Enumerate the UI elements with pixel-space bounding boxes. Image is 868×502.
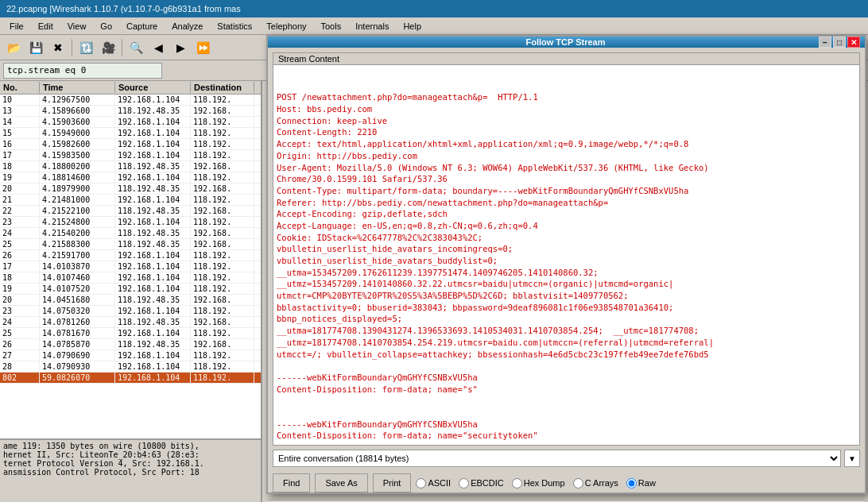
menu-statistics[interactable]: Statistics	[211, 20, 258, 33]
packet-row[interactable]: 23 14.0750320 192.168.1.104 118.192.	[0, 306, 261, 317]
stream-line: Content-Type: multipart/form-data; bound…	[277, 185, 856, 197]
dialog-titlebar: Follow TCP Stream − □ ✕	[268, 37, 865, 48]
packet-row[interactable]: 15 4.15949000 192.168.1.104 118.192.	[0, 128, 261, 139]
stream-line: Origin: http://bbs.pediy.com	[277, 150, 856, 162]
packet-panel: No. Time Source Destination 10 4.1296750…	[0, 81, 262, 502]
menu-file[interactable]: File	[3, 20, 30, 33]
cell-src: 192.168.1.104	[115, 350, 191, 361]
menu-internals[interactable]: Internals	[349, 20, 395, 33]
packet-row[interactable]: 10 4.12967500 192.168.1.104 118.192.	[0, 95, 261, 106]
cell-src: 192.168.1.104	[115, 328, 191, 338]
cell-dst: 118.192.	[191, 139, 254, 149]
cell-src: 192.168.1.104	[115, 117, 191, 127]
radio-ebcdic[interactable]: EBCDIC	[459, 478, 504, 488]
radio-raw-input[interactable]	[626, 478, 637, 488]
packet-row[interactable]: 19 4.18814600 192.168.1.104 118.192.	[0, 172, 261, 183]
packet-row[interactable]: 16 4.15982600 192.168.1.104 118.192.	[0, 139, 261, 150]
radio-ebcdic-input[interactable]	[459, 478, 469, 488]
packet-row[interactable]: 24 4.21540200 118.192.48.35 192.168.	[0, 228, 261, 239]
stream-line: __utma=153457209.1762611239.1397751474.1…	[277, 267, 856, 279]
radio-hexdump-input[interactable]	[512, 478, 522, 488]
filter-input[interactable]	[3, 63, 162, 79]
conversation-dropdown[interactable]: Entire conversation (18814 bytes)	[273, 450, 841, 467]
radio-carrays-input[interactable]	[573, 478, 583, 488]
cell-src: 118.192.48.35	[115, 228, 191, 238]
packet-row[interactable]: 25 14.0781670 192.168.1.104 118.192.	[0, 328, 261, 339]
packet-row[interactable]: 26 4.21591700 192.168.1.104 118.192.	[0, 250, 261, 261]
dialog-title: Follow TCP Stream	[312, 37, 819, 47]
save-as-button[interactable]: Save As	[315, 473, 367, 492]
cell-time: 4.18800200	[40, 161, 115, 172]
bottom-line-2: hernet II, Src: LiteonTe_20:b4:63 (28:e3…	[3, 450, 258, 459]
packet-row[interactable]: 802 59.0826070 192.168.1.104 118.192.	[0, 373, 261, 384]
menu-help[interactable]: Help	[397, 20, 428, 33]
cell-time: 14.0107520	[40, 284, 115, 294]
cell-dst: 192.168.	[191, 339, 254, 349]
toolbar-back[interactable]: ◀	[148, 37, 169, 58]
cell-time: 4.21481000	[40, 195, 115, 205]
packet-row[interactable]: 25 4.21588300 118.192.48.35 192.168.	[0, 239, 261, 250]
cell-src: 192.168.1.104	[115, 250, 191, 261]
menu-telephony[interactable]: Telephony	[260, 20, 312, 33]
cell-time: 4.15982600	[40, 139, 115, 149]
toolbar-save[interactable]: 💾	[25, 37, 46, 58]
toolbar-reload[interactable]: 🔃	[76, 37, 96, 58]
toolbar-close[interactable]: ✖	[48, 37, 68, 58]
menu-go[interactable]: Go	[94, 20, 118, 33]
radio-hexdump[interactable]: Hex Dump	[512, 478, 565, 488]
conversation-arrow[interactable]: ▼	[844, 450, 860, 467]
radio-carrays[interactable]: C Arrays	[573, 478, 618, 488]
packet-row[interactable]: 14 4.15903600 192.168.1.104 118.192.	[0, 117, 261, 128]
packet-row[interactable]: 18 14.0107460 192.168.1.104 118.192.	[0, 272, 261, 284]
print-button[interactable]: Print	[373, 473, 412, 492]
close-dialog-button[interactable]: ✕	[847, 37, 860, 48]
cell-time: 4.15949000	[40, 128, 115, 138]
menu-edit[interactable]: Edit	[32, 20, 60, 33]
menu-analyze[interactable]: Analyze	[165, 20, 209, 33]
cell-no: 10	[0, 95, 40, 105]
packet-row[interactable]: 21 4.21481000 192.168.1.104 118.192.	[0, 195, 261, 206]
cell-no: 20	[0, 183, 40, 194]
cell-no: 19	[0, 172, 40, 183]
packet-row[interactable]: 23 4.21524800 192.168.1.104 118.192.	[0, 217, 261, 228]
packet-row[interactable]: 24 14.0781260 118.192.48.35 192.168.	[0, 317, 261, 328]
packet-row[interactable]: 18 4.18800200 118.192.48.35 192.168.	[0, 161, 261, 172]
radio-raw[interactable]: Raw	[626, 478, 656, 488]
toolbar-open[interactable]: 📂	[3, 37, 24, 58]
packet-row[interactable]: 22 4.21522100 118.192.48.35 192.168.	[0, 206, 261, 217]
packet-row[interactable]: 13 4.15896600 118.192.48.35 192.168.	[0, 106, 261, 117]
cell-src: 118.192.48.35	[115, 295, 191, 305]
radio-ascii[interactable]: ASCII	[416, 478, 451, 488]
stream-line: User-Agent: Mozilla/5.0 (Windows NT 6.3;…	[277, 162, 856, 174]
toolbar-jump[interactable]: ⏩	[192, 37, 213, 58]
packet-row[interactable]: 17 14.0103870 192.168.1.104 118.192.	[0, 261, 261, 272]
maximize-button[interactable]: □	[833, 37, 846, 48]
cell-src: 192.168.1.104	[115, 361, 191, 372]
stream-content-area[interactable]: POST /newattachment.php?do=manageattach&…	[273, 65, 859, 445]
stream-group-label: Stream Content	[273, 53, 859, 65]
col-source: Source	[115, 82, 191, 93]
packet-row[interactable]: 20 4.18979900 118.192.48.35 192.168.	[0, 183, 261, 195]
menu-tools[interactable]: Tools	[315, 20, 348, 33]
packet-row[interactable]: 19 14.0107520 192.168.1.104 118.192.	[0, 284, 261, 295]
packet-row[interactable]: 20 14.0451680 118.192.48.35 192.168.	[0, 295, 261, 306]
toolbar-search[interactable]: 🔍	[126, 37, 146, 58]
packet-row[interactable]: 17 4.15983500 192.168.1.104 118.192.	[0, 150, 261, 161]
packet-row[interactable]: 28 14.0790930 192.168.1.104 118.192.	[0, 361, 261, 373]
find-button[interactable]: Find	[273, 473, 310, 492]
menu-view[interactable]: View	[61, 20, 93, 33]
cell-dst: 192.168.	[191, 239, 254, 249]
main-title: 22.pcapng [Wireshark 1.10.7 (v1.10.7-0-g…	[6, 4, 241, 14]
packet-row[interactable]: 26 14.0785870 118.192.48.35 192.168.	[0, 339, 261, 350]
menu-capture[interactable]: Capture	[120, 20, 164, 33]
cell-src: 118.192.48.35	[115, 317, 191, 327]
cell-dst: 118.192.	[191, 150, 254, 160]
toolbar-forward[interactable]: ▶	[170, 37, 191, 58]
minimize-button[interactable]: −	[819, 37, 831, 48]
packet-row[interactable]: 27 14.0790690 192.168.1.104 118.192.	[0, 350, 261, 361]
toolbar-capture[interactable]: 🎥	[98, 37, 118, 58]
stream-line: __utmz=181774708.1410703854.254.219.utmc…	[277, 337, 856, 349]
cell-src: 118.192.48.35	[115, 183, 191, 194]
radio-ascii-input[interactable]	[416, 478, 426, 488]
packet-rows: 10 4.12967500 192.168.1.104 118.192. 13 …	[0, 95, 261, 436]
